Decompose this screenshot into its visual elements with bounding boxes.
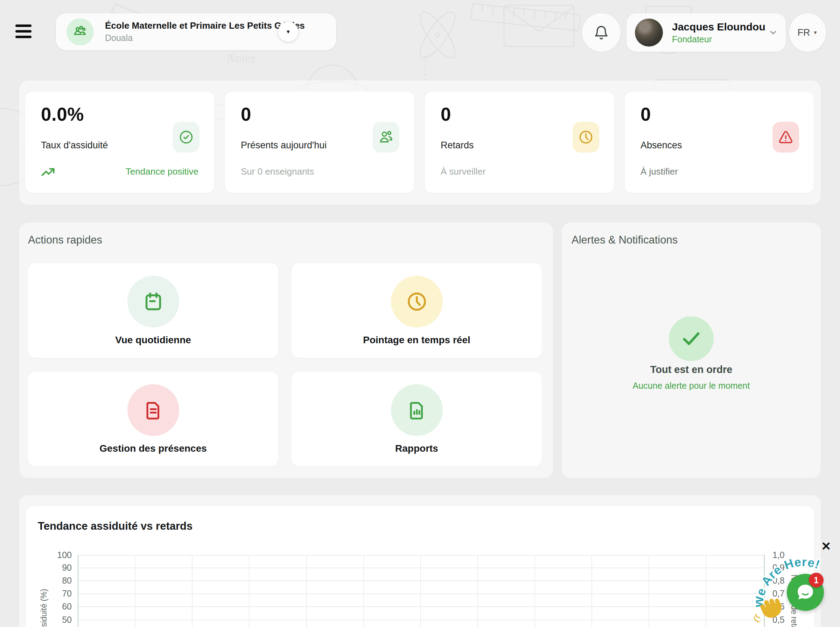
school-group-icon [66, 18, 94, 46]
gridline [420, 555, 421, 627]
clock-icon [573, 122, 599, 153]
school-city: Douala [105, 33, 305, 43]
y-tick-left: 80 [51, 575, 72, 586]
stat-value: 0 [441, 104, 451, 125]
action-vue-quotidienne[interactable]: Vue quotidienne [28, 263, 278, 358]
action-pointage[interactable]: Pointage en temps réel [292, 263, 542, 358]
y-tick-left: 90 [51, 562, 72, 573]
gridline [135, 555, 136, 627]
user-role: Fondateur [672, 34, 766, 44]
language-label: FR [797, 27, 810, 38]
close-icon[interactable]: ✕ [821, 540, 831, 552]
file-text-icon [128, 384, 179, 436]
stat-label: Absences [640, 140, 682, 151]
language-selector[interactable]: FR ▼ [789, 13, 826, 52]
menu-button[interactable] [16, 23, 32, 39]
gridline [534, 555, 535, 627]
gridline [591, 555, 592, 627]
action-label: Rapports [292, 443, 542, 454]
y-tick-right: 0,9 [772, 562, 797, 573]
gridline [192, 555, 192, 627]
action-label: Pointage en temps réel [292, 334, 542, 346]
trending-up-icon [41, 165, 56, 177]
alert-triangle-icon [772, 122, 799, 153]
chart-title: Tendance assiduité vs retards [38, 520, 192, 532]
check-icon [669, 316, 714, 361]
school-dropdown-button[interactable]: ▼ [278, 22, 298, 42]
stat-footer-text: Tendance positive [126, 166, 199, 177]
check-circle-icon [173, 122, 200, 153]
gridline [478, 555, 478, 627]
y-tick-left: 50 [51, 615, 72, 625]
y-tick-left: 60 [51, 602, 72, 611]
action-label: Gestion des présences [28, 443, 278, 454]
stat-value: 0 [640, 104, 651, 125]
file-chart-icon [391, 384, 443, 436]
svg-text:Notes: Notes [227, 51, 255, 65]
school-name: École Maternelle et Primaire Les Petits … [105, 20, 305, 31]
y-tick-left: 100 [51, 550, 72, 560]
users-icon [373, 122, 399, 153]
bell-icon [593, 25, 609, 41]
stat-label: Présents aujourd'hui [241, 140, 326, 151]
stat-footer-text: Sur 0 enseignants [241, 166, 314, 177]
stat-value: 0.0% [41, 104, 84, 125]
stat-label: Retards [441, 140, 474, 151]
action-gestion-presences[interactable]: Gestion des présences [28, 372, 278, 466]
user-name: Jacques Eloundou [672, 21, 766, 33]
action-rapports[interactable]: Rapports [292, 372, 542, 466]
y-axis-right [764, 555, 765, 627]
chat-unread-badge: 1 [809, 573, 824, 588]
stat-card-presents: 0 Présents aujourd'hui Sur 0 enseignants [225, 92, 414, 193]
stat-card-absences: 0 Absences À justifier [625, 92, 814, 193]
school-selector[interactable]: École Maternelle et Primaire Les Petits … [56, 13, 336, 50]
stat-footer-text: À justifier [640, 166, 678, 177]
alerts-section: Alertes & Notifications Tout est en ordr… [562, 222, 821, 478]
gridline [306, 555, 307, 627]
stat-card-assiduite: 0.0% Taux d'assiduité Tendance positive [25, 92, 214, 193]
alerts-status-title: Tout est en ordre [562, 364, 821, 375]
alerts-title: Alertes & Notifications [572, 234, 678, 246]
calendar-icon [128, 276, 179, 328]
chevron-down-icon [768, 28, 778, 38]
gridline [706, 555, 706, 627]
gridline [249, 555, 249, 627]
gridline [649, 555, 649, 627]
gridline [363, 555, 364, 627]
notifications-button[interactable] [582, 13, 621, 52]
stat-value: 0 [241, 104, 251, 125]
y-tick-left: 70 [51, 589, 72, 599]
y-tick-right: 1,0 [772, 550, 797, 560]
dashboard-page: Notes Notes École Maternelle et Primaire… [0, 0, 840, 627]
action-label: Vue quotidienne [28, 334, 278, 346]
stat-footer-text: À surveiller [441, 166, 486, 177]
menu-icon [16, 25, 32, 27]
stat-label: Taux d'assiduité [41, 140, 108, 151]
stat-card-retards: 0 Retards À surveiller [425, 92, 614, 193]
user-menu[interactable]: Jacques Eloundou Fondateur [627, 13, 786, 52]
dropdown-caret-icon: ▼ [285, 29, 291, 35]
avatar [635, 19, 663, 47]
y-axis-label-left: Taux d'assiduité (%) [39, 589, 49, 627]
quick-actions-title: Actions rapides [28, 234, 102, 246]
language-caret-icon: ▼ [813, 30, 818, 35]
y-axis-left [78, 555, 79, 627]
clock-icon [391, 276, 443, 328]
alerts-status-subtitle: Aucune alerte pour le moment [562, 381, 821, 391]
